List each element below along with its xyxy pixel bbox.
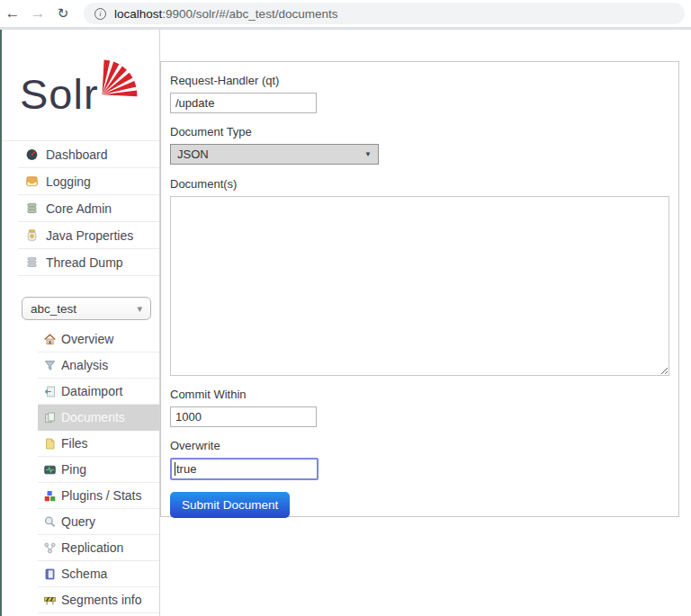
- document-type-value: JSON: [177, 147, 209, 161]
- request-handler-label: Request-Handler (qt): [170, 74, 669, 87]
- url-text: localhost:9900/solr/#/abc_test/documents: [114, 7, 337, 21]
- sidebar-item-schema[interactable]: Schema: [38, 561, 159, 587]
- sidebar-item-label: Segments info: [61, 593, 142, 607]
- overwrite-input[interactable]: [170, 458, 319, 480]
- replication-icon: [43, 541, 57, 555]
- dataimport-icon: [43, 385, 57, 398]
- ping-icon: [43, 463, 57, 477]
- forward-icon[interactable]: →: [25, 4, 50, 22]
- sidebar-item-query[interactable]: Query: [38, 509, 159, 535]
- info-icon[interactable]: i: [94, 8, 106, 20]
- sidebar-item-documents[interactable]: Documents: [38, 405, 159, 431]
- sidebar-item-ping[interactable]: Ping: [38, 457, 159, 483]
- sidebar-item-label: Query: [61, 514, 95, 529]
- sidebar-item-label: Files: [61, 436, 88, 451]
- document-type-label: Document Type: [170, 125, 669, 138]
- sidebar-item-dataimport[interactable]: Dataimport: [38, 379, 159, 405]
- url-host: localhost: [114, 7, 162, 21]
- submit-document-button[interactable]: Submit Document: [170, 492, 290, 518]
- sidebar: Solr Dashboard: [2, 30, 160, 616]
- solr-logo-text: Solr: [20, 69, 99, 119]
- sidebar-item-replication[interactable]: Replication: [38, 535, 159, 561]
- solr-logo[interactable]: Solr: [2, 57, 159, 140]
- sidebar-item-segments-info[interactable]: Segments info: [38, 587, 159, 613]
- url-path: :9900/solr/#/abc_test/documents: [162, 7, 337, 21]
- sidebar-item-label: Java Properties: [46, 228, 133, 243]
- sidebar-item-label: Overview: [61, 332, 113, 346]
- commit-within-label: Commit Within: [170, 388, 669, 401]
- sidebar-item-label: Replication: [61, 540, 123, 555]
- sidebar-item-label: Ping: [61, 462, 86, 477]
- sidebar-item-dashboard[interactable]: Dashboard: [18, 141, 159, 168]
- main-nav: Dashboard Logging Core Admin Java Proper…: [2, 140, 159, 276]
- sidebar-item-core-admin[interactable]: Core Admin: [18, 195, 159, 222]
- sidebar-item-java-properties[interactable]: Java Properties: [18, 222, 159, 249]
- select-arrow-icon: ▼: [364, 150, 372, 158]
- back-icon[interactable]: ←: [0, 4, 25, 22]
- logging-icon: [25, 174, 39, 188]
- sidebar-item-files[interactable]: Files: [38, 431, 159, 457]
- overview-icon: [43, 333, 57, 346]
- thread-dump-icon: [25, 255, 39, 269]
- sidebar-item-overview[interactable]: Overview: [38, 326, 159, 353]
- sidebar-item-label: Documents: [61, 410, 125, 424]
- documents-label: Document(s): [170, 177, 669, 191]
- query-icon: [43, 515, 57, 529]
- sidebar-item-label: Plugins / Stats: [61, 488, 142, 503]
- files-icon: [43, 437, 57, 451]
- sidebar-item-label: Dashboard: [46, 147, 108, 162]
- address-bar[interactable]: i localhost:9900/solr/#/abc_test/documen…: [84, 3, 685, 24]
- java-properties-icon: [25, 228, 39, 242]
- core-selector-value: abc_test: [31, 302, 76, 316]
- documents-textarea[interactable]: [170, 196, 669, 376]
- sidebar-item-logging[interactable]: Logging: [18, 168, 159, 195]
- sidebar-item-label: Thread Dump: [46, 255, 123, 270]
- sidebar-item-label: Core Admin: [46, 201, 112, 216]
- text-caret: [175, 462, 175, 476]
- sidebar-item-label: Dataimport: [61, 384, 122, 398]
- sidebar-item-label: Schema: [61, 567, 107, 581]
- analysis-icon: [43, 359, 57, 372]
- overwrite-label: Overwrite: [170, 439, 669, 452]
- overwrite-field-wrap: [170, 458, 319, 480]
- commit-within-input[interactable]: [170, 406, 317, 427]
- documents-icon: [43, 411, 57, 424]
- segments-info-icon: [43, 594, 57, 607]
- sidebar-item-label: Logging: [46, 174, 91, 189]
- document-type-select[interactable]: JSON ▼: [170, 144, 379, 165]
- sidebar-item-plugins-stats[interactable]: Plugins / Stats: [38, 483, 159, 509]
- browser-toolbar: ← → ↻ i localhost:9900/solr/#/abc_test/d…: [0, 0, 691, 27]
- chevron-down-icon: ▾: [137, 303, 142, 315]
- plugins-stats-icon: [43, 489, 57, 503]
- documents-form-panel: Request-Handler (qt) Document Type JSON …: [160, 61, 679, 517]
- dashboard-icon: [25, 147, 39, 161]
- refresh-icon[interactable]: ↻: [50, 5, 76, 22]
- core-selector-dropdown[interactable]: abc_test ▾: [22, 297, 151, 320]
- core-admin-icon: [25, 201, 39, 215]
- sidebar-item-thread-dump[interactable]: Thread Dump: [18, 249, 159, 276]
- request-handler-input[interactable]: [170, 93, 317, 113]
- solr-sunburst-icon: [99, 57, 140, 100]
- sidebar-item-analysis[interactable]: Analysis: [38, 353, 159, 379]
- schema-icon: [43, 567, 57, 581]
- core-nav: Overview Analysis Dataimport Documents F…: [2, 326, 159, 613]
- sidebar-item-label: Analysis: [61, 358, 108, 372]
